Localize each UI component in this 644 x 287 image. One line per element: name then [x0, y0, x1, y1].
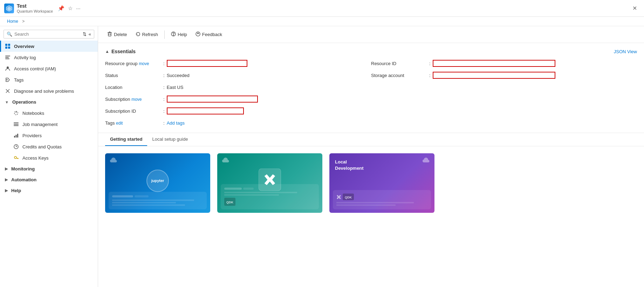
resource-group-value	[167, 60, 247, 67]
collapse-icon[interactable]: «	[89, 31, 91, 37]
breadcrumb-home[interactable]: Home	[7, 19, 18, 24]
automation-chevron-icon: ▶	[5, 177, 8, 182]
sidebar-item-credits-quotas[interactable]: Credits and Quotas	[0, 141, 98, 152]
tags-icon	[5, 77, 11, 83]
access-control-icon	[5, 66, 11, 71]
refresh-icon	[136, 31, 141, 37]
sidebar-item-diagnose[interactable]: Diagnose and solve problems	[0, 85, 98, 97]
storage-account-row: Storage account :	[371, 71, 637, 79]
subscription-row: Subscription move :	[105, 95, 371, 103]
search-input[interactable]	[14, 31, 81, 37]
sidebar-section-help-label: Help	[11, 188, 21, 193]
sidebar-section-monitoring[interactable]: ▶ Monitoring	[0, 163, 98, 174]
sidebar-item-credits-quotas-label: Credits and Quotas	[22, 144, 62, 149]
essentials-title-label: Essentials	[111, 49, 136, 54]
sidebar-section-operations-label: Operations	[12, 99, 36, 105]
sidebar-item-diagnose-label: Diagnose and solve problems	[14, 89, 74, 94]
sidebar-item-notebooks[interactable]: Notebooks	[0, 107, 98, 119]
storage-account-label: Storage account	[371, 73, 427, 78]
delete-button[interactable]: Delete	[104, 30, 131, 39]
sidebar-item-notebooks-label: Notebooks	[22, 111, 44, 116]
essentials-collapse-icon[interactable]: ▲	[105, 49, 109, 54]
resource-id-value	[433, 60, 555, 67]
refresh-button[interactable]: Refresh	[132, 30, 162, 39]
sidebar-item-tags[interactable]: Tags	[0, 74, 98, 85]
svg-rect-14	[14, 122, 19, 123]
help-button[interactable]: Help	[167, 30, 191, 39]
location-value: East US	[167, 85, 184, 90]
resource-group-row: Resource group move :	[105, 59, 371, 68]
sidebar-section-operations[interactable]: ▼ Operations	[0, 97, 98, 107]
subscription-move-link[interactable]: move	[131, 97, 142, 102]
sidebar-item-tags-label: Tags	[14, 77, 23, 83]
tags-edit-link[interactable]: edit	[116, 121, 123, 126]
svg-rect-5	[8, 47, 10, 49]
job-management-icon	[13, 121, 19, 127]
sidebar-item-overview[interactable]: Overview	[0, 41, 98, 52]
operations-chevron-icon: ▼	[5, 100, 9, 104]
svg-rect-17	[14, 136, 15, 138]
app-subtitle: Quantum Workspace	[17, 9, 53, 13]
app-title: Test Quantum Workspace	[17, 3, 53, 13]
access-keys-icon	[13, 155, 19, 161]
overview-icon	[5, 43, 11, 49]
subscription-label: Subscription move	[105, 97, 161, 102]
monitoring-chevron-icon: ▶	[5, 167, 8, 171]
activity-log-icon	[5, 55, 11, 60]
svg-point-33	[173, 35, 174, 36]
sidebar-section-monitoring-label: Monitoring	[11, 166, 35, 172]
vscode-card-content: QDK	[217, 153, 322, 213]
essentials-left-col: Resource group move : Status : Succeeded…	[105, 59, 371, 127]
feedback-label: Feedback	[202, 32, 222, 37]
tab-getting-started[interactable]: Getting started	[105, 133, 147, 146]
help-icon	[171, 31, 176, 37]
json-view-link[interactable]: JSON View	[614, 49, 637, 54]
jupyter-card[interactable]: jupyter	[105, 153, 210, 213]
feedback-button[interactable]: Feedback	[192, 30, 226, 39]
sidebar-item-access-control[interactable]: Access control (IAM)	[0, 63, 98, 74]
providers-icon	[13, 133, 19, 138]
sidebar-item-job-management-label: Job management	[22, 122, 57, 127]
svg-rect-15	[14, 124, 19, 125]
location-row: Location : East US	[105, 83, 371, 91]
sidebar-section-help[interactable]: ▶ Help	[0, 185, 98, 196]
pin-icon[interactable]: 📌	[58, 5, 64, 12]
credits-quotas-icon	[13, 144, 19, 149]
more-icon[interactable]: ···	[76, 5, 81, 12]
subscription-id-value	[167, 107, 244, 114]
svg-rect-18	[16, 135, 17, 138]
local-dev-card[interactable]: LocalDevelopment QDK	[329, 153, 434, 213]
notebooks-icon	[13, 110, 19, 116]
cards-section: jupyter	[98, 146, 644, 220]
sidebar-item-access-control-label: Access control (IAM)	[14, 66, 56, 71]
svg-point-23	[14, 156, 16, 159]
resource-group-move-link[interactable]: move	[139, 61, 149, 66]
subscription-value	[167, 96, 258, 103]
vscode-card[interactable]: QDK	[217, 153, 322, 213]
essentials-right-col: Resource ID : Storage account :	[371, 59, 637, 127]
jupyter-card-content: jupyter	[105, 153, 210, 213]
sidebar-item-job-management[interactable]: Job management	[0, 119, 98, 130]
essentials-grid: Resource group move : Status : Succeeded…	[105, 59, 637, 127]
close-button[interactable]: ✕	[630, 4, 640, 13]
sidebar: 🔍 ⇅ « Overview	[0, 26, 98, 287]
essentials-section: ▲ Essentials JSON View Resource group mo…	[98, 43, 644, 133]
tab-local-setup[interactable]: Local setup guide	[147, 133, 193, 146]
storage-account-value	[433, 72, 555, 79]
subscription-id-row: Subscription ID :	[105, 107, 371, 115]
sidebar-item-access-keys[interactable]: Access Keys	[0, 152, 98, 163]
app-name: Test	[17, 3, 53, 9]
add-tags-link[interactable]: Add tags	[167, 120, 185, 126]
sidebar-item-providers-label: Providers	[22, 133, 42, 138]
sidebar-section-automation[interactable]: ▶ Automation	[0, 174, 98, 185]
star-icon[interactable]: ☆	[68, 5, 73, 12]
svg-rect-19	[17, 134, 18, 138]
sidebar-item-activity-log[interactable]: Activity log	[0, 52, 98, 63]
sidebar-item-providers[interactable]: Providers	[0, 130, 98, 141]
svg-rect-2	[5, 44, 7, 46]
filter-icon[interactable]: ⇅	[83, 31, 87, 37]
svg-rect-6	[5, 56, 10, 56]
breadcrumb-separator: >	[22, 19, 25, 24]
app-icon	[4, 4, 14, 13]
svg-rect-16	[14, 125, 19, 126]
